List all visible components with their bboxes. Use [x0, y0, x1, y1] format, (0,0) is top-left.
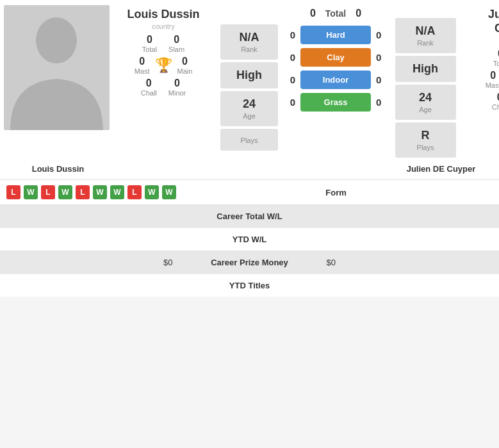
left-chall-val: 0 [141, 78, 157, 89]
form-label: Form [325, 188, 347, 197]
left-slam-val: 0 [168, 34, 184, 46]
ytd-label: YTD W/L [192, 235, 307, 244]
hard-right-score: 0 [376, 29, 388, 40]
center-left-total: 0 [310, 8, 316, 19]
right-high-card: High [395, 56, 456, 82]
form-badge-6[interactable]: W [110, 185, 124, 199]
grass-left-score: 0 [284, 97, 295, 108]
left-mast-val: 0 [135, 56, 150, 67]
right-total-val: 0 [493, 48, 499, 60]
clay-left-score: 0 [284, 52, 295, 63]
left-player-name-bottom: Louis Dussin [5, 164, 111, 174]
right-chall-val: 0 [492, 92, 499, 103]
left-plays-card: Plays [220, 129, 278, 151]
indoor-right-score: 0 [376, 74, 388, 85]
right-chall-lbl: Chall [492, 103, 499, 111]
left-player-name: Louis Dussin [127, 8, 199, 21]
right-player-name-bottom: Julien DE Cuyper [388, 164, 494, 174]
clay-button[interactable]: Clay [300, 48, 371, 67]
left-minor-lbl: Minor [168, 89, 186, 97]
form-badge-1[interactable]: W [24, 185, 38, 199]
total-label: Total [325, 8, 346, 19]
prize-money-row: $0 Career Prize Money $0 [0, 251, 499, 274]
form-badge-2[interactable]: L [41, 185, 55, 199]
grass-right-score: 0 [376, 97, 388, 108]
form-badge-0[interactable]: L [6, 185, 20, 199]
prize-right-val: $0 [307, 258, 490, 267]
career-total-label: Career Total W/L [192, 212, 307, 221]
right-age-card: 24 Age [395, 85, 456, 120]
left-age-card: 24 Age [220, 91, 278, 126]
right-rank-card: N/A Rank [395, 18, 456, 53]
prize-left-val: $0 [10, 258, 192, 267]
left-player-photo [4, 5, 110, 130]
form-badge-9[interactable]: W [162, 185, 176, 199]
left-chall-lbl: Chall [141, 89, 157, 97]
court-row-hard: 0 Hard 0 [284, 26, 388, 44]
indoor-left-score: 0 [284, 74, 295, 85]
hard-button[interactable]: Hard [300, 26, 371, 44]
indoor-button[interactable]: Indoor [300, 71, 371, 89]
right-mast-lbl: Mast [486, 81, 499, 89]
page-wrapper: Louis Dussin country 0 Total 0 Slam 0 Ma… [0, 0, 499, 297]
left-trophy-icon: 🏆 [155, 57, 172, 74]
left-mast-lbl: Mast [135, 67, 150, 75]
left-total-val: 0 [142, 34, 157, 46]
right-player-name-top: Julien DECuyper [488, 8, 499, 35]
court-rows: 0 Hard 0 0 Clay 0 0 Indoor 0 [284, 26, 388, 112]
form-badge-3[interactable]: W [58, 185, 72, 199]
court-row-clay: 0 Clay 0 [284, 48, 388, 67]
center-right-total: 0 [356, 8, 361, 19]
left-main-lbl: Main [177, 67, 193, 75]
left-high-card: High [220, 62, 278, 88]
form-badge-5[interactable]: W [93, 185, 107, 199]
right-total-lbl: Total [493, 60, 499, 67]
left-main-val: 0 [177, 56, 193, 67]
left-total-lbl: Total [142, 46, 157, 53]
court-row-grass: 0 Grass 0 [284, 93, 388, 112]
form-section: L W L W L W W L W W Form [0, 179, 499, 204]
left-rank-card: N/A Rank [220, 24, 278, 60]
form-badge-4[interactable]: L [76, 185, 90, 199]
left-player-country: country [152, 22, 175, 30]
prize-label: Career Prize Money [192, 258, 307, 267]
clay-right-score: 0 [376, 52, 388, 63]
form-badge-7[interactable]: L [127, 185, 142, 199]
left-slam-lbl: Slam [168, 46, 184, 53]
right-mast-val: 0 [486, 70, 499, 81]
form-badge-8[interactable]: W [145, 185, 159, 199]
career-total-row: Career Total W/L [0, 204, 499, 228]
court-row-indoor: 0 Indoor 0 [284, 71, 388, 89]
svg-point-1 [36, 17, 77, 63]
left-minor-val: 0 [168, 78, 186, 89]
hard-left-score: 0 [284, 29, 295, 40]
right-plays-card: R Plays [395, 122, 456, 158]
ytd-titles-row: YTD Titles [0, 274, 499, 297]
ytd-wl-row: YTD W/L [0, 228, 499, 251]
titles-label: YTD Titles [192, 281, 307, 290]
grass-button[interactable]: Grass [300, 93, 371, 112]
